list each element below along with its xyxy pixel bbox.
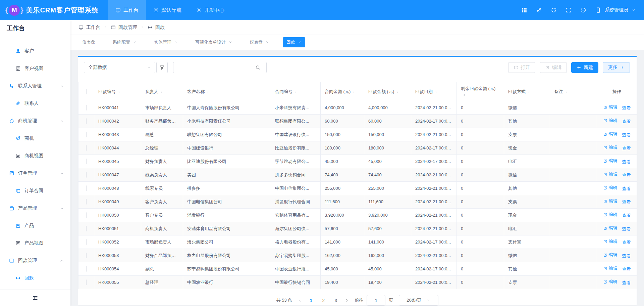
row-view-link[interactable]: 查看 (622, 105, 631, 111)
row-view-link[interactable]: 查看 (622, 226, 631, 232)
sort-icon[interactable] (294, 90, 298, 94)
sort-icon[interactable] (206, 90, 210, 94)
row-view-link[interactable]: 查看 (622, 132, 631, 138)
next-page-button[interactable] (345, 298, 349, 302)
sidebar-item-回款管理[interactable]: 回款管理 (0, 252, 70, 269)
sidebar-item-商机视图[interactable]: 商机视图 (0, 147, 70, 165)
row-checkbox[interactable] (86, 212, 87, 218)
row-view-link[interactable]: 查看 (622, 172, 631, 178)
tab-仪表盘[interactable]: 仪表盘 (246, 37, 273, 47)
row-edit-link[interactable]: 编辑 (603, 131, 618, 137)
table-row[interactable]: HK000055总经理中国农业银行中国银行快销合同19,40019,400202… (78, 276, 637, 289)
row-edit-link[interactable]: 编辑 (603, 118, 618, 124)
filter-button[interactable] (156, 62, 168, 73)
row-checkbox[interactable] (86, 226, 87, 231)
sidebar-item-回款[interactable]: 回款 (0, 269, 70, 287)
row-edit-link[interactable]: 编辑 (603, 104, 618, 110)
message-button[interactable] (580, 7, 586, 13)
sidebar-item-商机管理[interactable]: 商机管理 (0, 112, 70, 130)
row-view-link[interactable]: 查看 (622, 213, 631, 219)
row-edit-link[interactable]: 编辑 (603, 252, 618, 258)
row-checkbox[interactable] (86, 105, 87, 111)
row-checkbox[interactable] (86, 199, 87, 205)
row-checkbox[interactable] (86, 159, 87, 164)
sidebar-item-联系人[interactable]: 联系人 (0, 95, 70, 112)
table-row[interactable]: HK000051商机负责人安踏体育用品有限公司海尔集团公司快...57,6005… (78, 222, 637, 235)
sort-icon[interactable] (117, 90, 121, 94)
row-edit-link[interactable]: 编辑 (603, 265, 618, 271)
row-view-link[interactable]: 查看 (622, 266, 631, 272)
sort-icon[interactable] (160, 90, 164, 94)
table-row[interactable]: HK000044总经理中国建设银行比亚迪股份有限...180,000180,00… (78, 141, 637, 155)
data-scope-select[interactable]: 全部数据 (84, 62, 155, 73)
sort-icon[interactable] (564, 90, 568, 94)
row-edit-link[interactable]: 编辑 (603, 279, 618, 285)
row-edit-link[interactable]: 编辑 (603, 212, 618, 218)
user-menu[interactable]: 系统管理员 (595, 7, 635, 13)
table-row[interactable]: HK000053财务产品部负责人格力电器股份有限公司苏宁易购集团股...162,… (78, 249, 637, 262)
row-edit-link[interactable]: 编辑 (603, 198, 618, 204)
apps-grid-button[interactable] (521, 7, 527, 13)
refresh-button[interactable] (551, 7, 557, 13)
breadcrumb-item-回款管理[interactable]: 回款管理 (111, 25, 137, 31)
sidebar-item-订单合同[interactable]: 订单合同 (0, 182, 70, 200)
tab-实体管理[interactable]: 实体管理 (150, 37, 181, 47)
row-view-link[interactable]: 查看 (622, 253, 631, 259)
more-button[interactable]: 更多 (603, 62, 630, 73)
row-checkbox[interactable] (86, 118, 87, 124)
close-icon[interactable] (229, 41, 232, 44)
row-checkbox[interactable] (86, 279, 87, 285)
sidebar-item-客户[interactable]: 客户 (0, 42, 70, 60)
row-checkbox[interactable] (86, 172, 87, 178)
page-number-2[interactable]: 2 (320, 298, 327, 303)
table-row[interactable]: HK000048线索专员拼多多中国电信集团公...255,000255,0002… (78, 182, 637, 195)
collapse-sidebar-icon[interactable] (32, 295, 38, 301)
sidebar-item-订单管理[interactable]: 订单管理 (0, 165, 70, 182)
row-view-link[interactable]: 查看 (622, 199, 631, 205)
breadcrumb-item-回款[interactable]: 回款 (148, 25, 165, 31)
close-icon[interactable] (133, 41, 137, 44)
sort-icon[interactable] (395, 90, 399, 94)
search-button[interactable] (249, 62, 267, 73)
create-button[interactable]: 新建 (571, 62, 598, 73)
row-checkbox[interactable] (86, 145, 87, 151)
row-view-link[interactable]: 查看 (622, 159, 631, 165)
sidebar-item-产品视图[interactable]: 产品视图 (0, 234, 70, 252)
topnav-item-0[interactable]: 工作台 (108, 0, 146, 20)
sort-icon[interactable] (352, 90, 356, 94)
row-view-link[interactable]: 查看 (622, 145, 631, 151)
sidebar-item-客户视图[interactable]: 客户视图 (0, 60, 70, 77)
topnav-item-2[interactable]: 开发中心 (189, 0, 232, 20)
row-checkbox[interactable] (86, 132, 87, 137)
open-button[interactable]: 打开 (508, 62, 535, 73)
tab-可视化表单设计[interactable]: 可视化表单设计 (192, 37, 236, 47)
fullscreen-button[interactable] (566, 7, 572, 13)
table-row[interactable]: HK000049客户负责人中国电信集团公司浦发银行代理合同111,600111,… (78, 195, 637, 209)
row-checkbox[interactable] (86, 266, 87, 272)
row-edit-link[interactable]: 编辑 (603, 238, 618, 245)
table-row[interactable]: HK000041市场部负责人中国人寿保险股份有限公司小米科技有限责...4,00… (78, 101, 637, 115)
sidebar-item-产品管理[interactable]: 产品管理 (0, 200, 70, 217)
page-size-select[interactable]: 20条/页 (399, 295, 438, 306)
tab-仪表盘[interactable]: 仪表盘 (78, 37, 99, 47)
breadcrumb-item-工作台[interactable]: 工作台 (78, 25, 100, 31)
prev-page-button[interactable] (298, 298, 302, 302)
topnav-item-1[interactable]: 默认导航 (146, 0, 189, 20)
row-edit-link[interactable]: 编辑 (603, 185, 618, 191)
row-checkbox[interactable] (86, 253, 87, 258)
sort-icon[interactable] (462, 93, 466, 97)
edit-button[interactable]: 编辑 (540, 62, 567, 73)
page-number-1[interactable]: 1 (308, 298, 314, 303)
close-icon[interactable] (266, 41, 269, 44)
close-icon[interactable] (174, 41, 178, 44)
table-row[interactable]: HK000042财务产品部负责人小米科技有限责任公司联想集团有限公...60,0… (78, 115, 637, 128)
table-row[interactable]: HK000045财务负责人比亚迪股份有限公司字节跳动有限公...45,00045… (78, 155, 637, 168)
sort-icon[interactable] (434, 90, 438, 94)
link-button[interactable] (536, 7, 542, 13)
search-input[interactable] (173, 62, 249, 73)
row-checkbox[interactable] (86, 239, 87, 245)
table-row[interactable]: HK000047线索负责人美团拼多多快销合同74,40074,4002024-0… (78, 168, 637, 182)
row-edit-link[interactable]: 编辑 (603, 158, 618, 164)
select-all-checkbox[interactable] (86, 89, 87, 94)
table-row[interactable]: HK000043副总联想集团有限公司中国建设银行快...150,000150,0… (78, 128, 637, 141)
